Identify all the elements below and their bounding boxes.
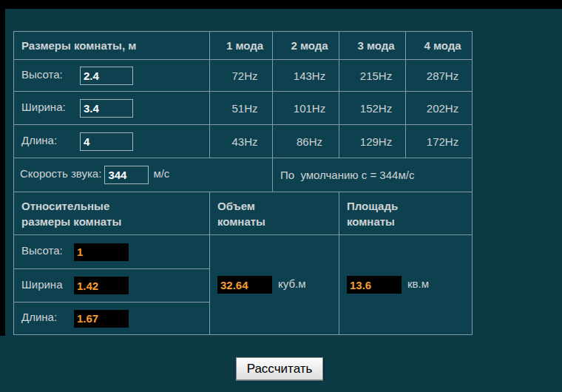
height-label: Высота: <box>21 68 80 81</box>
width-mode1-freq: 51Hz <box>210 92 273 125</box>
length-label: Длина: <box>21 134 80 146</box>
height-mode2-freq: 143Hz <box>273 60 339 92</box>
height-mode1-freq: 72Hz <box>210 60 273 92</box>
width-mode3-freq: 152Hz <box>339 92 406 125</box>
volume-header: Объем комнаты <box>210 192 339 235</box>
height-mode3-freq: 215Hz <box>339 60 406 92</box>
sound-speed-row: Скорость звука:м/с По умолчанию с = 344м… <box>14 158 473 192</box>
relative-length-cell: Длина: <box>14 303 210 335</box>
sound-speed-cell: Скорость звука:м/с <box>14 158 273 192</box>
mode2-header: 2 мода <box>273 32 339 60</box>
area-value <box>347 276 402 294</box>
width-label: Ширина: <box>21 101 80 113</box>
calculate-button[interactable]: Рассчитать <box>236 357 323 380</box>
room-mode-calculator-table: Размеры комнаты, м 1 мода 2 мода 3 мода … <box>13 31 473 335</box>
relative-height-value <box>74 243 129 261</box>
mode3-header: 3 мода <box>339 32 406 60</box>
volume-value <box>217 276 272 294</box>
height-input[interactable] <box>80 67 133 85</box>
modes-header-row: Размеры комнаты, м 1 мода 2 мода 3 мода … <box>14 32 473 60</box>
area-cell: кв.м <box>339 235 473 335</box>
left-edge-bar <box>0 9 5 336</box>
width-input[interactable] <box>80 99 133 118</box>
relative-width-cell: Ширина <box>14 269 210 303</box>
width-mode2-freq: 101Hz <box>273 92 339 125</box>
length-mode1-freq: 43Hz <box>210 125 273 158</box>
length-mode2-freq: 86Hz <box>273 125 339 158</box>
height-mode4-freq: 287Hz <box>406 60 473 92</box>
speed-default-note: По умолчанию с = 344м/с <box>273 158 473 192</box>
sound-speed-input[interactable] <box>104 166 149 184</box>
length-row: Длина: 43Hz 86Hz 129Hz 172Hz <box>14 125 473 158</box>
sound-speed-label: Скорость звука: <box>20 167 101 180</box>
height-row: Высота: 72Hz 143Hz 215Hz 287Hz <box>14 60 473 92</box>
width-mode4-freq: 202Hz <box>406 92 473 125</box>
relative-height-label: Высота: <box>21 244 74 257</box>
length-input[interactable] <box>80 132 133 151</box>
height-cell: Высота: <box>14 60 210 92</box>
room-sizes-title: Размеры комнаты, м <box>14 32 210 60</box>
relative-length-value <box>74 310 129 328</box>
volume-unit: куб.м <box>278 277 305 290</box>
length-mode4-freq: 172Hz <box>406 125 473 158</box>
relative-width-value <box>74 277 129 294</box>
length-cell: Длина: <box>14 125 210 158</box>
length-mode3-freq: 129Hz <box>339 125 406 158</box>
relative-height-row: Высота: куб.м кв.м <box>14 235 473 269</box>
relative-width-label: Ширина <box>21 278 74 291</box>
top-edge-bar <box>0 0 562 9</box>
mode4-header: 4 мода <box>406 32 473 60</box>
relative-length-label: Длина: <box>21 311 74 323</box>
width-cell: Ширина: <box>14 92 210 125</box>
volume-cell: куб.м <box>210 235 339 335</box>
sound-speed-unit: м/с <box>153 167 169 180</box>
mode1-header: 1 мода <box>210 32 273 60</box>
area-unit: кв.м <box>407 277 429 290</box>
width-row: Ширина: 51Hz 101Hz 152Hz 202Hz <box>14 92 473 125</box>
relative-header-row: Относительные размеры комнаты Объем комн… <box>14 192 473 235</box>
relative-height-cell: Высота: <box>14 235 210 269</box>
area-header: Площадь комнаты <box>339 192 473 235</box>
relative-sizes-header: Относительные размеры комнаты <box>14 192 210 235</box>
